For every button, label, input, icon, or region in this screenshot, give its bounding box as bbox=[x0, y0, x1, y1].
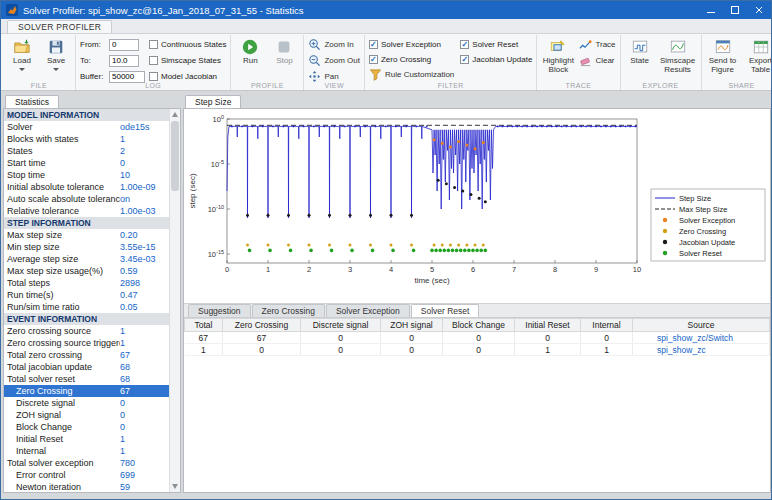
checkbox-jacobian-update[interactable]: Jacobian Update bbox=[460, 52, 532, 67]
checkbox-continuous-states[interactable]: Continuous States bbox=[149, 37, 226, 52]
events-col-internal[interactable]: Internal bbox=[581, 319, 633, 332]
events-row[interactable]: 1000011spi_show_zc bbox=[185, 344, 770, 356]
stats-row-zoh-signal[interactable]: ZOH signal0 bbox=[4, 409, 169, 421]
state-button[interactable]: State bbox=[625, 37, 655, 66]
zero-crossing-point bbox=[449, 244, 452, 247]
statistics-panel: Statistics MODEL INFORMATIONSolverode15s… bbox=[3, 93, 181, 493]
zero-crossing-point bbox=[246, 244, 249, 247]
load-button[interactable]: Load bbox=[7, 37, 37, 71]
tab-solver-exception[interactable]: Solver Exception bbox=[326, 304, 410, 317]
source-link[interactable]: spi_show_zc/Switch bbox=[633, 332, 770, 344]
stats-row-initial-absolute-tolerance[interactable]: Initial absolute tolerance1.00e-09 bbox=[4, 181, 169, 193]
run-button[interactable]: Run bbox=[235, 37, 265, 66]
stats-row-discrete-signal[interactable]: Discrete signal0 bbox=[4, 397, 169, 409]
events-col-zero-crossing[interactable]: Zero Crossing bbox=[223, 319, 301, 332]
stats-row-error-control[interactable]: Error control699 bbox=[4, 469, 169, 481]
zero-crossing-point bbox=[465, 244, 468, 247]
clear-button[interactable]: Clear bbox=[579, 53, 615, 68]
buffer-input[interactable] bbox=[109, 71, 145, 83]
stats-row-run-sim-time-ratio[interactable]: Run/sim time ratio0.05 bbox=[4, 301, 169, 313]
stats-row-total-solver-reset[interactable]: Total solver reset68 bbox=[4, 373, 169, 385]
close-button[interactable] bbox=[747, 1, 771, 19]
stats-row-auto-scale-absolute-tolerance[interactable]: Auto scale absolute toleranceon bbox=[4, 193, 169, 205]
stats-row-start-time[interactable]: Start time0 bbox=[4, 157, 169, 169]
zoom-out-button[interactable]: Zoom Out bbox=[308, 53, 360, 68]
step-size-chart[interactable]: 01234567891010010-510-1010-15time (sec)s… bbox=[185, 113, 770, 293]
jacobian-update-point bbox=[445, 182, 448, 185]
events-col-source[interactable]: Source bbox=[633, 319, 770, 332]
stats-row-blocks-with-states[interactable]: Blocks with states1 bbox=[4, 133, 169, 145]
to-label: To: bbox=[80, 56, 106, 65]
tab-solver-profiler[interactable]: SOLVER PROFILER bbox=[7, 20, 112, 33]
checkbox-simscape-states[interactable]: Simscape States bbox=[149, 53, 226, 68]
stats-row-internal[interactable]: Internal1 bbox=[4, 445, 169, 457]
simscape-results-button[interactable]: Simscape Results bbox=[659, 37, 697, 75]
checkbox-zero-crossing[interactable]: Zero Crossing bbox=[369, 52, 454, 67]
stats-value: 10 bbox=[120, 170, 166, 180]
tab-suggestion[interactable]: Suggestion bbox=[188, 304, 251, 317]
export-table-button[interactable]: Export Table bbox=[744, 37, 771, 75]
source-link[interactable]: spi_show_zc bbox=[633, 344, 770, 356]
ribbon-group-view: Zoom In Zoom Out Pan VIEW bbox=[304, 35, 365, 90]
checkbox-solver-reset[interactable]: Solver Reset bbox=[460, 37, 532, 52]
stats-row-max-step-size-usage[interactable]: Max step size usage(%)0.59 bbox=[4, 265, 169, 277]
stats-row-states[interactable]: States2 bbox=[4, 145, 169, 157]
tab-step-size[interactable]: Step Size bbox=[185, 95, 241, 108]
jacobian-update-point bbox=[453, 186, 456, 189]
stats-row-newton-iteration[interactable]: Newton iteration59 bbox=[4, 481, 169, 492]
stats-value: 59 bbox=[120, 482, 166, 492]
scroll-up-arrow[interactable] bbox=[172, 112, 178, 117]
stats-row-block-change[interactable]: Block Change0 bbox=[4, 421, 169, 433]
solver-reset-point bbox=[391, 249, 395, 253]
y-tick-label: 10-10 bbox=[208, 204, 224, 214]
stats-row-initial-reset[interactable]: Initial Reset1 bbox=[4, 433, 169, 445]
stats-row-relative-tolerance[interactable]: Relative tolerance1.00e-03 bbox=[4, 205, 169, 217]
from-input[interactable] bbox=[109, 39, 139, 51]
trace-button[interactable]: Trace bbox=[579, 37, 615, 52]
stats-row-total-zero-crossing[interactable]: Total zero crossing67 bbox=[4, 349, 169, 361]
stats-row-total-solver-exception[interactable]: Total solver exception780 bbox=[4, 457, 169, 469]
zoom-in-button[interactable]: Zoom In bbox=[308, 37, 360, 52]
group-label-trace: TRACE bbox=[537, 82, 619, 89]
statistics-scrollbar[interactable] bbox=[169, 109, 180, 492]
stats-row-average-step-size[interactable]: Average step size3.45e-03 bbox=[4, 253, 169, 265]
stats-row-max-step-size[interactable]: Max step size0.20 bbox=[4, 229, 169, 241]
y-axis-label: step (sec) bbox=[188, 173, 197, 208]
scrollbar-thumb[interactable] bbox=[171, 121, 179, 191]
stats-row-zero-crossing-source-triggered[interactable]: Zero crossing source triggered1 bbox=[4, 337, 169, 349]
to-input[interactable] bbox=[109, 55, 139, 67]
stats-row-min-step-size[interactable]: Min step size3.55e-15 bbox=[4, 241, 169, 253]
stats-row-solver[interactable]: Solverode15s bbox=[4, 121, 169, 133]
solver-exception-point bbox=[482, 141, 485, 144]
stats-row-stop-time[interactable]: Stop time10 bbox=[4, 169, 169, 181]
scroll-down-arrow[interactable] bbox=[172, 484, 178, 489]
rule-customization-button[interactable]: Rule Customization bbox=[369, 67, 454, 82]
events-col-initial-reset[interactable]: Initial Reset bbox=[515, 319, 581, 332]
stats-row-total-steps[interactable]: Total steps2898 bbox=[4, 277, 169, 289]
events-col-block-change[interactable]: Block Change bbox=[443, 319, 515, 332]
highlight-block-button[interactable]: Highlight Block bbox=[541, 37, 575, 75]
tab-zero-crossing[interactable]: Zero Crossing bbox=[252, 304, 325, 317]
empty-area bbox=[184, 356, 770, 492]
tab-statistics[interactable]: Statistics bbox=[5, 95, 59, 108]
stats-row-zero-crossing[interactable]: Zero Crossing67 bbox=[4, 385, 169, 397]
tab-solver-reset[interactable]: Solver Reset bbox=[411, 304, 480, 317]
events-col-discrete-signal[interactable]: Discrete signal bbox=[301, 319, 381, 332]
events-col-zoh-signal[interactable]: ZOH signal bbox=[381, 319, 443, 332]
stats-value: 0.59 bbox=[120, 266, 166, 276]
send-to-figure-button[interactable]: Send to Figure bbox=[706, 37, 740, 75]
stop-button[interactable]: Stop bbox=[269, 37, 299, 66]
solver-reset-point bbox=[438, 249, 442, 253]
save-button[interactable]: Save bbox=[41, 37, 71, 71]
stats-row-zero-crossing-source[interactable]: Zero crossing source1 bbox=[4, 325, 169, 337]
solver-reset-point bbox=[455, 249, 459, 253]
minimize-button[interactable] bbox=[699, 1, 723, 19]
events-row[interactable]: 676700000spi_show_zc/Switch bbox=[185, 332, 770, 344]
legend-label: Jacobian Update bbox=[679, 238, 735, 247]
stats-row-total-jacobian-update[interactable]: Total jacobian update68 bbox=[4, 361, 169, 373]
stats-row-run-time-s[interactable]: Run time(s)0.47 bbox=[4, 289, 169, 301]
checkbox-solver-exception[interactable]: Solver Exception bbox=[369, 37, 454, 52]
events-col-total[interactable]: Total bbox=[185, 319, 223, 332]
maximize-button[interactable] bbox=[723, 1, 747, 19]
stats-label: Block Change bbox=[7, 422, 120, 432]
